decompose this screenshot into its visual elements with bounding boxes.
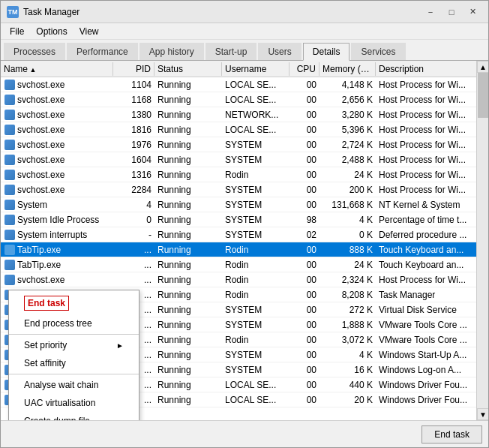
process-icon [4, 109, 16, 121]
ctx-uac-label: UAC virtualisation [24, 398, 95, 408]
ctx-end-task[interactable]: End task [9, 292, 139, 314]
tab-users[interactable]: Users [258, 43, 301, 60]
process-icon [4, 154, 16, 166]
cell-memory: 200 K [320, 184, 376, 196]
col-header-memory[interactable]: Memory (p... [320, 62, 376, 76]
menu-file[interactable]: File [4, 25, 30, 38]
menu-view[interactable]: View [74, 25, 105, 38]
ctx-uac[interactable]: UAC virtualisation [9, 394, 139, 412]
tab-app-history[interactable]: App history [140, 43, 204, 60]
table-row[interactable]: svchost.exe 1604 Running SYSTEM 00 2,488… [1, 152, 476, 167]
cell-pid: 0 [113, 214, 154, 226]
cell-name: svchost.exe [1, 108, 113, 122]
cell-description: VMware Tools Core ... [376, 319, 476, 331]
cell-name: svchost.exe [1, 78, 113, 92]
table-row[interactable]: svchost.exe 1976 Running SYSTEM 00 2,724… [1, 137, 476, 152]
scroll-track[interactable] [477, 73, 488, 408]
table-row[interactable]: System 4 Running SYSTEM 00 131,668 K NT … [1, 197, 476, 212]
cell-name: TabTip.exe [1, 258, 113, 272]
scroll-up-button[interactable]: ▲ [477, 61, 488, 73]
maximize-button[interactable]: □ [442, 5, 461, 20]
table-row[interactable]: svchost.exe ... Running Rodin 00 2,324 K… [1, 272, 476, 287]
menu-options[interactable]: Options [30, 25, 73, 38]
cell-cpu: 00 [290, 139, 320, 151]
cell-description: Host Process for Wi... [376, 154, 476, 166]
ctx-analyse-label: Analyse wait chain [24, 380, 98, 390]
process-icon [4, 94, 16, 106]
cell-name: svchost.exe [1, 273, 113, 287]
ctx-end-process-tree[interactable]: End process tree [9, 314, 139, 332]
scroll-down-button[interactable]: ▼ [477, 408, 488, 420]
tab-bar: Processes Performance App history Start-… [1, 40, 488, 61]
cell-pid: 2284 [113, 184, 154, 196]
cell-cpu: 00 [290, 319, 320, 331]
cell-cpu: 00 [290, 379, 320, 391]
table-row[interactable]: System interrupts - Running SYSTEM 02 0 … [1, 227, 476, 242]
vertical-scrollbar[interactable]: ▲ ▼ [476, 61, 488, 420]
minimize-button[interactable]: − [421, 5, 440, 20]
ctx-set-affinity[interactable]: Set affinity [9, 354, 139, 372]
cell-memory: 888 K [320, 244, 376, 256]
cell-cpu: 00 [290, 304, 320, 316]
scroll-thumb[interactable] [478, 73, 488, 118]
cell-pid: 4 [113, 199, 154, 211]
ctx-sep-2 [9, 374, 139, 374]
table-row[interactable]: TabTip.exe ... Running Rodin 00 888 K To… [1, 242, 476, 257]
col-header-description[interactable]: Description [376, 62, 476, 76]
cell-cpu: 00 [290, 199, 320, 211]
tab-processes[interactable]: Processes [4, 43, 65, 60]
cell-description: Host Process for Wi... [376, 169, 476, 181]
tab-performance[interactable]: Performance [67, 43, 138, 60]
cell-memory: 4 K [320, 214, 376, 226]
cell-username: LOCAL SE... [222, 394, 290, 406]
cell-memory: 2,724 K [320, 139, 376, 151]
ctx-analyse-wait-chain[interactable]: Analyse wait chain [9, 376, 139, 394]
table-row[interactable]: svchost.exe 2284 Running SYSTEM 00 200 K… [1, 182, 476, 197]
cell-description: Host Process for Wi... [376, 184, 476, 196]
cell-cpu: 00 [290, 244, 320, 256]
tab-startup[interactable]: Start-up [206, 43, 257, 60]
col-header-username[interactable]: Username [222, 62, 290, 76]
table-row[interactable]: TabTip.exe ... Running Rodin 00 24 K Tou… [1, 257, 476, 272]
ctx-set-priority[interactable]: Set priority ► [9, 336, 139, 354]
tab-services[interactable]: Services [351, 43, 405, 60]
cell-cpu: 00 [290, 154, 320, 166]
cell-cpu: 00 [290, 394, 320, 406]
cell-cpu: 00 [290, 79, 320, 91]
col-header-cpu[interactable]: CPU [290, 62, 320, 76]
ctx-dump[interactable]: Create dump file [9, 412, 139, 420]
table-row[interactable]: System Idle Process 0 Running SYSTEM 98 … [1, 212, 476, 227]
cell-pid: 1380 [113, 109, 154, 121]
cell-cpu: 00 [290, 124, 320, 136]
cell-name: System interrupts [1, 228, 113, 242]
cell-status: Running [154, 199, 222, 211]
table-row[interactable]: svchost.exe 1380 Running NETWORK... 00 3… [1, 107, 476, 122]
cell-description: Windows Driver Fou... [376, 394, 476, 406]
cell-cpu: 00 [290, 349, 320, 361]
window-controls: − □ ✕ [421, 5, 482, 20]
table-row[interactable]: svchost.exe 1104 Running LOCAL SE... 00 … [1, 77, 476, 92]
col-header-name[interactable]: Name [1, 62, 113, 76]
cell-description: NT Kernel & System [376, 199, 476, 211]
col-header-pid[interactable]: PID [113, 62, 154, 76]
cell-pid: ... [113, 274, 154, 286]
close-button[interactable]: ✕ [463, 5, 482, 20]
cell-username: SYSTEM [222, 364, 290, 376]
cell-pid: 1316 [113, 169, 154, 181]
menu-bar: File Options View [1, 23, 488, 40]
cell-status: Running [154, 229, 222, 241]
cell-username: Rodin [222, 259, 290, 271]
cell-status: Running [154, 169, 222, 181]
cell-username: SYSTEM [222, 154, 290, 166]
col-header-status[interactable]: Status [154, 62, 222, 76]
table-row[interactable]: svchost.exe 1168 Running LOCAL SE... 00 … [1, 92, 476, 107]
cell-cpu: 02 [290, 229, 320, 241]
table-row[interactable]: svchost.exe 1316 Running Rodin 00 24 K H… [1, 167, 476, 182]
cell-cpu: 00 [290, 184, 320, 196]
cell-description: VMware Tools Core ... [376, 334, 476, 346]
cell-pid: 1816 [113, 124, 154, 136]
table-row[interactable]: svchost.exe 1816 Running LOCAL SE... 00 … [1, 122, 476, 137]
tab-details[interactable]: Details [303, 43, 350, 61]
process-icon [4, 259, 16, 271]
end-task-button[interactable]: End task [422, 425, 482, 443]
